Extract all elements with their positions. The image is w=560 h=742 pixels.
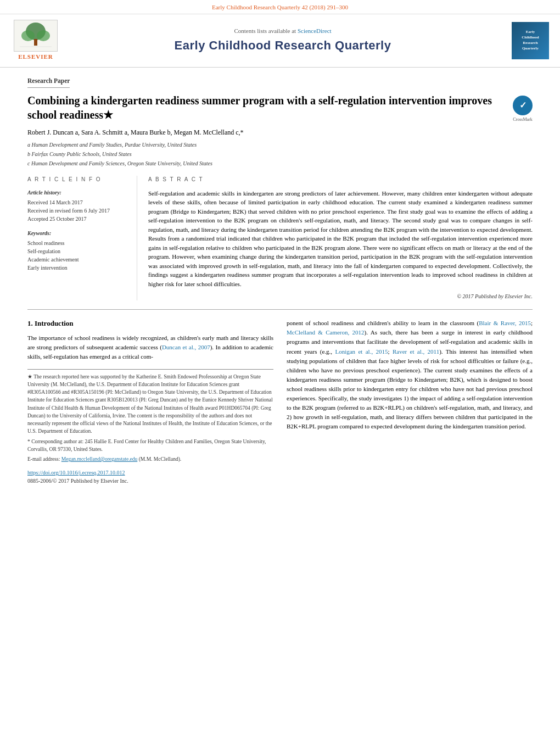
keywords-label: Keywords: bbox=[27, 230, 131, 237]
section-divider bbox=[27, 309, 533, 310]
email-link[interactable]: Megan.mcclelland@oreganstate.edu bbox=[61, 456, 138, 462]
affiliation-a: a Human Development and Family Studies, … bbox=[27, 141, 533, 149]
journal-logo-box: Early Childhood Research Quarterly bbox=[512, 22, 549, 59]
title-row: Combining a kindergarten readiness summe… bbox=[27, 93, 533, 122]
email-label: E-mail address: bbox=[27, 456, 60, 462]
issn-line: 0885-2006/© 2017 Published by Elsevier I… bbox=[27, 477, 273, 485]
ref-lonigan-2015[interactable]: Lonigan et al., 2015 bbox=[335, 348, 388, 355]
keyword-2: Self-regulation bbox=[27, 248, 131, 255]
crossmark-label: CrossMark bbox=[513, 116, 533, 122]
logo-line1: Early bbox=[522, 30, 539, 35]
keyword-3: Academic achievement bbox=[27, 256, 131, 264]
keyword-4: Early intervention bbox=[27, 264, 131, 272]
elsevier-text: ELSEVIER bbox=[18, 53, 53, 61]
journal-title: Early Childhood Research Quarterly bbox=[60, 37, 505, 54]
elsevier-logo: ELSEVIER bbox=[11, 20, 60, 61]
ref-duncan-2007[interactable]: Duncan et al., 2007 bbox=[162, 344, 210, 350]
authors-line: Robert J. Duncan a, Sara A. Schmitt a, M… bbox=[27, 128, 533, 137]
logo-line3: Research bbox=[522, 41, 539, 46]
intro-paragraph: The importance of school readiness is wi… bbox=[27, 333, 273, 361]
paper-content: Research Paper Combining a kindergarten … bbox=[0, 68, 560, 496]
body-two-col: 1. Introduction The importance of school… bbox=[27, 319, 533, 485]
copyright-line: © 2017 Published by Elsevier Inc. bbox=[148, 293, 533, 300]
corresponding-footnote: * Corresponding author at: 245 Hallie E.… bbox=[27, 438, 273, 454]
abstract-col: A B S T R A C T Self-regulation and acad… bbox=[148, 176, 533, 301]
history-received: Received 14 March 2017 bbox=[27, 199, 131, 207]
history-accepted: Accepted 25 October 2017 bbox=[27, 215, 131, 223]
right-col-text: ponent of school readiness and children'… bbox=[287, 319, 533, 431]
keyword-1: School readiness bbox=[27, 239, 131, 247]
svg-point-3 bbox=[37, 30, 50, 41]
svg-rect-4 bbox=[34, 39, 37, 46]
paper-type-label: Research Paper bbox=[27, 76, 70, 88]
ref-blair-2015[interactable]: Blair & Raver, 2015 bbox=[479, 320, 531, 326]
doi-link[interactable]: https://doi.org/10.1016/j.ecresq.2017.10… bbox=[27, 470, 125, 476]
body-right-col: ponent of school readiness and children'… bbox=[287, 319, 533, 485]
journal-header: ELSEVIER Contents lists available at Sci… bbox=[0, 14, 560, 67]
elsevier-tree-icon bbox=[14, 20, 57, 51]
footnote-section: ★ The research reported here was support… bbox=[27, 369, 273, 486]
ref-raver-2011[interactable]: Raver et al., 2011 bbox=[393, 348, 439, 355]
star-footnote: ★ The research reported here was support… bbox=[27, 373, 273, 436]
intro-section-title: 1. Introduction bbox=[27, 319, 273, 328]
affiliation-c: c Human Development and Family Sciences,… bbox=[27, 159, 533, 168]
logo-line4: Quarterly bbox=[522, 46, 539, 52]
abstract-text: Self-regulation and academic skills in k… bbox=[148, 189, 533, 289]
sciencedirect-link[interactable]: ScienceDirect bbox=[298, 27, 332, 34]
affiliation-b: b Fairfax County Public Schools, United … bbox=[27, 150, 533, 159]
affiliations: a Human Development and Family Studies, … bbox=[27, 141, 533, 168]
article-title: Combining a kindergarten readiness summe… bbox=[27, 93, 506, 122]
article-info-abstract: A R T I C L E I N F O Article history: R… bbox=[27, 176, 533, 301]
abstract-heading: A B S T R A C T bbox=[148, 176, 533, 183]
ref-mcclelland-2012[interactable]: McClelland & Cameron, 2012 bbox=[287, 329, 365, 336]
doi-line: https://doi.org/10.1016/j.ecresq.2017.10… bbox=[27, 468, 273, 477]
crossmark-logo[interactable]: ✓ CrossMark bbox=[513, 96, 533, 122]
article-info-col: A R T I C L E I N F O Article history: R… bbox=[27, 176, 137, 301]
journal-reference: Early Childhood Research Quarterly 42 (2… bbox=[0, 0, 560, 14]
journal-logo-right: Early Childhood Research Quarterly bbox=[505, 22, 549, 59]
svg-point-2 bbox=[21, 30, 35, 41]
email-footnote: E-mail address: Megan.mcclelland@oregans… bbox=[27, 455, 273, 463]
crossmark-icon: ✓ bbox=[513, 96, 533, 115]
article-info-heading: A R T I C L E I N F O bbox=[27, 176, 131, 183]
logo-line2: Childhood bbox=[522, 35, 539, 41]
contents-line: Contents lists available at ScienceDirec… bbox=[60, 27, 505, 35]
body-left-col: 1. Introduction The importance of school… bbox=[27, 319, 273, 485]
journal-header-center: Contents lists available at ScienceDirec… bbox=[60, 27, 505, 54]
history-revised: Received in revised form 6 July 2017 bbox=[27, 207, 131, 215]
history-label: Article history: bbox=[27, 189, 131, 197]
email-suffix: (M.M. McClelland). bbox=[139, 456, 182, 462]
